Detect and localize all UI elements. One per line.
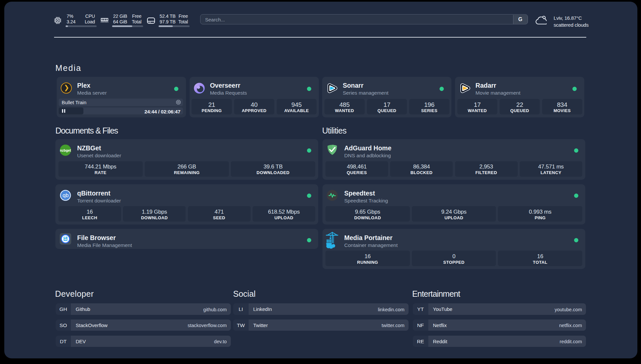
svg-text:qb: qb (63, 192, 69, 198)
svg-text:nzbget: nzbget (60, 149, 71, 152)
